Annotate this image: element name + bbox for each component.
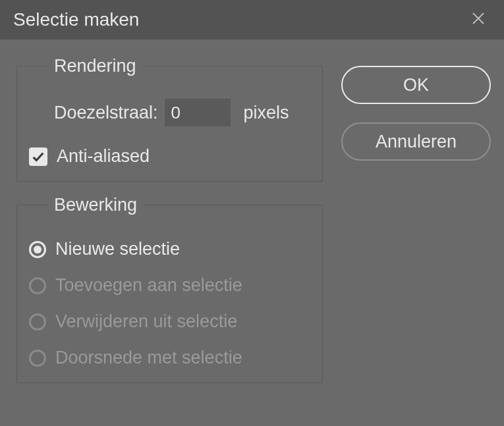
close-button[interactable] <box>466 9 491 31</box>
radio-intersect-selection <box>29 350 46 367</box>
ok-button[interactable]: OK <box>341 66 491 104</box>
rendering-legend: Rendering <box>49 56 142 76</box>
antialiased-label: Anti-aliased <box>57 146 150 167</box>
dialog-title: Selectie maken <box>13 9 139 30</box>
radio-row-intersect-selection: Doorsnede met selectie <box>29 348 310 368</box>
dialog-content: Rendering Doezelstraal: pixels Anti-alia… <box>0 40 504 426</box>
radio-add-selection <box>29 277 46 294</box>
feather-label: Doezelstraal: <box>54 103 158 123</box>
radio-label-subtract-selection: Verwijderen uit selectie <box>55 311 237 332</box>
radio-row-add-selection: Toevoegen aan selectie <box>29 275 310 296</box>
radio-row-subtract-selection: Verwijderen uit selectie <box>29 311 310 332</box>
radio-row-new-selection[interactable]: Nieuwe selectie <box>29 239 310 259</box>
feather-suffix: pixels <box>244 103 289 123</box>
left-column: Rendering Doezelstraal: pixels Anti-alia… <box>16 56 323 413</box>
close-icon <box>471 10 486 30</box>
operation-group: Bewerking Nieuwe selectie Toevoegen aan … <box>16 195 323 383</box>
title-bar: Selectie maken <box>0 0 504 40</box>
rendering-group: Rendering Doezelstraal: pixels Anti-alia… <box>16 56 323 182</box>
check-icon <box>31 149 45 164</box>
feather-input[interactable] <box>165 99 231 126</box>
antialiased-checkbox[interactable] <box>29 147 47 166</box>
right-column: OK Annuleren <box>341 56 491 413</box>
operation-legend: Bewerking <box>49 195 142 215</box>
radio-label-add-selection: Toevoegen aan selectie <box>55 275 242 296</box>
cancel-button[interactable]: Annuleren <box>341 122 491 161</box>
radio-subtract-selection <box>29 313 46 331</box>
radio-new-selection[interactable] <box>29 241 46 258</box>
antialiased-row[interactable]: Anti-aliased <box>29 146 310 167</box>
radio-label-new-selection: Nieuwe selectie <box>55 239 180 259</box>
feather-row: Doezelstraal: pixels <box>29 99 310 126</box>
radio-label-intersect-selection: Doorsnede met selectie <box>55 348 242 368</box>
